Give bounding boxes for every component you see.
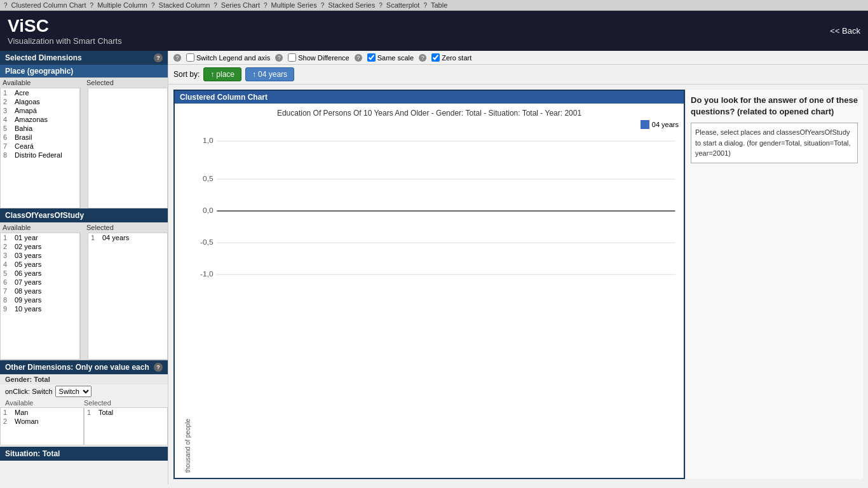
class-scrollbar[interactable] — [80, 233, 88, 360]
place-list-container: 1Acre2Alagoas3Amapá4Amazonas5Bahia6Brasi… — [0, 88, 168, 208]
nav-clustered-column[interactable]: Clustered Column Chart — [11, 1, 86, 9]
list-item[interactable]: 910 years — [1, 304, 79, 313]
sort-row: Sort by: ↑ place ↑ 04 years — [168, 65, 868, 85]
nav-stacked-column[interactable]: Stacked Column — [159, 1, 210, 9]
switch-legend-label[interactable]: Switch Legend and axis — [186, 53, 270, 62]
gender-switch-select[interactable]: Switch — [55, 386, 92, 397]
class-list-container: 101 year202 years303 years405 years506 y… — [0, 233, 168, 360]
chart-svg-area: thousand of people 1,0 0,5 0,0 — [180, 132, 679, 473]
class-avail-sel-header: Available Selected — [0, 222, 168, 233]
zero-start-checkbox[interactable] — [431, 53, 440, 62]
right-panel-description: Please, select places and classesOfYears… — [691, 123, 858, 163]
list-item[interactable]: 506 years — [1, 269, 79, 278]
same-scale-label[interactable]: Same scale — [367, 53, 414, 62]
place-available-header: Available — [0, 78, 84, 88]
sort-place-label: place — [216, 70, 234, 79]
list-item[interactable]: 1Acre — [1, 88, 79, 97]
class-available-list[interactable]: 101 year202 years303 years405 years506 y… — [0, 233, 80, 360]
show-diff-checkbox[interactable] — [288, 53, 296, 62]
list-item[interactable]: 1Man — [1, 408, 83, 417]
list-item[interactable]: 6Brasil — [1, 133, 79, 142]
other-dim-help[interactable]: ? — [154, 363, 163, 372]
sort-years-arrow: ↑ — [252, 70, 256, 79]
list-item[interactable]: 5Bahia — [1, 124, 79, 133]
svg-text:-1,0: -1,0 — [200, 270, 214, 277]
list-item[interactable]: 104 years — [88, 233, 167, 242]
back-button[interactable]: << Back — [830, 26, 860, 36]
list-item[interactable]: 2Alagoas — [1, 97, 79, 106]
list-item[interactable]: 4Amazonas — [1, 115, 79, 124]
top-nav: ? Clustered Column Chart ? Multiple Colu… — [0, 0, 868, 11]
list-item[interactable]: 809 years — [1, 295, 79, 304]
nav-help-icon[interactable]: ? — [4, 2, 8, 9]
selected-dimensions-help[interactable]: ? — [154, 53, 163, 62]
toolbar: ? Switch Legend and axis ? Show Differen… — [168, 51, 868, 65]
show-diff-label[interactable]: Show Difference — [288, 53, 349, 62]
class-selected-list[interactable]: 104 years — [88, 233, 168, 360]
svg-text:0,0: 0,0 — [203, 207, 214, 214]
zero-start-label[interactable]: Zero start — [431, 53, 471, 62]
sort-by-label: Sort by: — [173, 70, 200, 79]
toolbar-help-2[interactable]: ? — [275, 54, 283, 62]
place-selected-list[interactable] — [88, 88, 168, 208]
svg-text:1,0: 1,0 — [203, 137, 214, 144]
list-item[interactable]: 8Distrito Federal — [1, 151, 79, 159]
toolbar-help-1[interactable]: ? — [173, 54, 181, 62]
svg-text:-0,5: -0,5 — [200, 238, 214, 245]
list-item[interactable]: 1Total — [85, 408, 167, 417]
gender-selected-list[interactable]: 1Total — [84, 407, 168, 445]
app-name: ViSC — [8, 16, 122, 36]
list-item[interactable]: 405 years — [1, 260, 79, 269]
app-subtitle: Visualization with Smart Charts — [8, 36, 122, 46]
right-panel: Do you look for the answer of one of the… — [685, 90, 863, 479]
other-dim-label: Other Dimensions: Only one value each — [5, 363, 149, 372]
sort-place-arrow: ↑ — [210, 70, 214, 79]
class-years-header: ClassOfYearsOfStudy — [0, 208, 168, 222]
class-selected-header: Selected — [84, 222, 168, 233]
nav-multiple-series[interactable]: Multiple Series — [271, 1, 317, 9]
nav-scatterplot[interactable]: Scatterplot — [386, 1, 420, 9]
sort-place-button[interactable]: ↑ place — [203, 67, 241, 81]
list-item[interactable]: 7Ceará — [1, 142, 79, 151]
class-available-header: Available — [0, 222, 84, 233]
list-item[interactable]: 3Amapá — [1, 106, 79, 115]
y-axis-label: thousand of people — [180, 132, 193, 473]
chart-legend: 04 years — [180, 120, 679, 129]
list-item[interactable]: 202 years — [1, 242, 79, 251]
gender-available-list[interactable]: 1Man2Woman — [0, 407, 84, 445]
gender-list-container: 1Man2Woman 1Total — [0, 407, 168, 445]
place-available-list[interactable]: 1Acre2Alagoas3Amapá4Amazonas5Bahia6Brasi… — [0, 88, 80, 208]
toolbar-help-4[interactable]: ? — [419, 54, 426, 62]
selected-dimensions-header: Selected Dimensions ? — [0, 51, 168, 65]
nav-stacked-series[interactable]: Stacked Series — [328, 1, 375, 9]
nav-multiple-column[interactable]: Multiple Column — [97, 1, 147, 9]
place-scrollbar[interactable] — [80, 88, 88, 208]
list-item[interactable]: 2Woman — [1, 417, 83, 426]
other-dimensions-section: Other Dimensions: Only one value each ? … — [0, 360, 168, 461]
right-panel-question: Do you look for the answer of one of the… — [691, 95, 858, 118]
toolbar-help-3[interactable]: ? — [355, 54, 362, 62]
place-avail-sel-header: Available Selected — [0, 78, 168, 88]
place-label: Place (geographic) — [0, 65, 168, 78]
same-scale-checkbox[interactable] — [367, 53, 376, 62]
gender-avail-sel-row: Available Selected — [0, 398, 168, 407]
nav-table[interactable]: Table — [431, 1, 447, 9]
list-item[interactable]: 303 years — [1, 251, 79, 260]
sidebar: Selected Dimensions ? Place (geographic)… — [0, 51, 168, 484]
gender-onclick-row: onClick: Switch Switch — [0, 384, 168, 398]
sort-years-button[interactable]: ↑ 04 years — [245, 67, 294, 81]
svg-text:0,5: 0,5 — [203, 175, 214, 182]
chart-wrapper: Clustered Column Chart Education Of Pers… — [168, 85, 868, 484]
chart-svg: 1,0 0,5 0,0 -0,5 -1,0 — [193, 132, 679, 290]
switch-legend-checkbox[interactable] — [186, 53, 194, 62]
sort-years-label: 04 years — [258, 70, 287, 79]
list-item[interactable]: 607 years — [1, 278, 79, 287]
chart-title-bar: Clustered Column Chart — [175, 91, 684, 104]
other-dim-header: Other Dimensions: Only one value each ? — [0, 360, 168, 374]
nav-series-chart[interactable]: Series Chart — [221, 1, 260, 9]
main-layout: Selected Dimensions ? Place (geographic)… — [0, 51, 868, 484]
list-item[interactable]: 101 year — [1, 233, 79, 242]
list-item[interactable]: 708 years — [1, 287, 79, 295]
app-branding: ViSC Visualization with Smart Charts — [8, 16, 122, 46]
situation-label: Situation: Total — [5, 449, 60, 458]
